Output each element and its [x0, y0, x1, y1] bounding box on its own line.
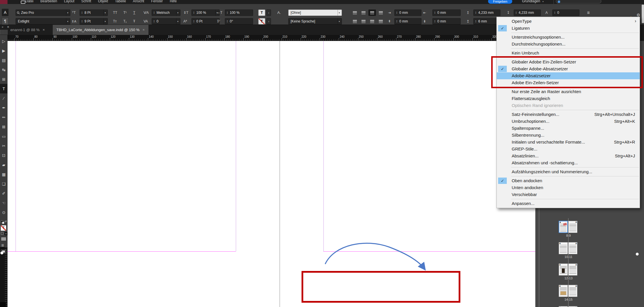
stepper-arrows-icon[interactable]: ▲▼ — [474, 11, 477, 14]
first-line-indent-field[interactable]: ▲▼ 0 mm — [394, 18, 421, 25]
page-thumbnail-left[interactable]: A — [559, 285, 568, 297]
page-thumbnail-left[interactable]: A — [559, 263, 568, 276]
stepper-arrows-icon[interactable]: ▲▼ — [153, 11, 155, 14]
panel-chevrons-icon[interactable]: » — [2, 25, 3, 29]
pen-tool[interactable]: ✒ — [0, 103, 7, 112]
panel-resize-handle[interactable] — [636, 253, 639, 256]
chevron-down-icon[interactable]: ▾ — [338, 18, 341, 24]
workspace-switcher[interactable]: Grundlagen▾ — [522, 0, 544, 4]
menubar-item-datei[interactable]: Datei — [25, 0, 33, 4]
menu-item-flattersatzausgleich[interactable]: Flattersatzausgleich — [497, 95, 640, 102]
character-stroke-button[interactable]: T — [258, 18, 265, 25]
stepper-arrows-icon[interactable]: ▲▼ — [226, 20, 229, 23]
text-fill-none-swatch[interactable]: T — [1, 225, 6, 231]
stepper-arrows-icon[interactable]: ▲▼ — [515, 11, 517, 14]
app-home-icon[interactable] — [21, 1, 25, 4]
skew-field[interactable]: ▲▼ 0° — [225, 18, 253, 25]
indent-right-field[interactable]: ▲▼ 0 mm — [432, 10, 461, 16]
justify-all-button[interactable] — [377, 18, 385, 25]
stepper-arrows-icon[interactable]: ▲▼ — [153, 20, 155, 23]
page-thumbnail-right[interactable]: A — [568, 221, 577, 233]
share-button[interactable]: Freigeben — [488, 0, 512, 4]
apply-color-button[interactable] — [1, 237, 6, 241]
drag-grip-icon[interactable] — [0, 30, 7, 35]
menu-item-oben-andocken[interactable]: ✓Oben andocken — [497, 177, 640, 184]
menubar-item-fenster[interactable]: Fenster — [151, 0, 163, 4]
font-family-combo[interactable]: Zwo Pro ▾ — [16, 10, 70, 16]
note-tool[interactable]: ❏ — [0, 179, 7, 189]
gradient-tool[interactable]: ▰ — [0, 160, 7, 169]
close-icon[interactable]: ✕ — [42, 28, 45, 31]
chevron-down-icon[interactable]: ▾ — [103, 10, 107, 16]
menubar-item-hilfe[interactable]: Hilfe — [170, 0, 177, 4]
menu-item-ligaturen[interactable]: ✓Ligaturen — [497, 25, 640, 32]
justify-button[interactable] — [377, 10, 385, 16]
strikethrough-button[interactable]: Ŧ — [133, 18, 135, 25]
pencil-tool[interactable]: ✏ — [0, 112, 7, 122]
menubar-item-schrift[interactable]: Schrift — [81, 0, 91, 4]
panel-expand-strip[interactable] — [642, 5, 644, 23]
menu-item-satz-feineinstellungen[interactable]: Satz-Feineinstellungen...Strg+Alt+Umscha… — [497, 111, 640, 118]
rectangle-tool[interactable]: ▭ — [0, 131, 7, 141]
menubar-item-tabelle[interactable]: Tabelle — [115, 0, 126, 4]
bottom-margin-guide-left-page[interactable] — [7, 251, 236, 252]
stepper-arrows-icon[interactable]: ▲▼ — [81, 20, 83, 23]
page-thumbnail-right[interactable]: A — [568, 242, 577, 254]
menu-item-silbentrennung[interactable]: Silbentrennung... — [497, 132, 640, 139]
menu-item-aufzählungszeichen-und-nummerierung[interactable]: Aufzählungszeichen und Nummerierung... — [497, 168, 640, 175]
menu-item-unterstreichungsoptionen[interactable]: Unterstreichungsoptionen... — [497, 34, 640, 41]
bottom-margin-guide-right-page[interactable] — [323, 251, 535, 252]
tracking-field[interactable]: ▲▼ 0 ▾ — [152, 18, 180, 25]
character-formatting-mode-button[interactable]: A — [2, 9, 9, 16]
stepper-arrows-icon[interactable]: ▲▼ — [553, 11, 556, 14]
menu-item-nur-erste-zeile-an-raster-ausrichten[interactable]: Nur erste Zeile an Raster ausrichten — [497, 88, 640, 95]
underline-button[interactable]: T̲ — [133, 10, 135, 16]
stepper-arrows-icon[interactable]: ▲▼ — [81, 11, 83, 14]
menu-item-opentype[interactable]: OpenType› — [497, 18, 640, 25]
menubar-item-objekt[interactable]: Objekt — [98, 0, 108, 4]
font-style-combo[interactable]: Extlight ▾ — [16, 18, 70, 25]
gradient-feather-tool[interactable]: ▦ — [0, 169, 7, 179]
chevron-down-icon[interactable]: ▾ — [176, 18, 179, 24]
menubar-item-bearbeiten[interactable]: Bearbeiten — [40, 0, 57, 4]
stepper-arrows-icon[interactable]: ▲▼ — [193, 20, 195, 23]
menubar-item-ansicht[interactable]: Ansicht — [133, 0, 144, 4]
zoom-tool[interactable]: ⊙ — [0, 208, 7, 217]
guide-handle-left[interactable] — [0, 251, 3, 255]
menu-item-kein-umbruch[interactable]: Kein Umbruch — [497, 50, 640, 56]
space-after-field[interactable]: ▲▼ 4,233 mm — [514, 10, 541, 16]
small-caps-button[interactable]: Tᴛ — [113, 18, 117, 25]
stepper-arrows-icon[interactable]: ▲▼ — [226, 11, 229, 14]
all-caps-button[interactable]: TT — [113, 10, 117, 16]
stepper-arrows-icon[interactable]: ▲▼ — [396, 11, 398, 14]
margin-guide-right-page-left[interactable] — [323, 41, 324, 251]
paragraph-formatting-mode-button[interactable]: ¶ — [2, 17, 9, 25]
content-collector-tool[interactable]: ⊞ — [0, 74, 7, 84]
selection-tool[interactable]: ▷ — [0, 36, 7, 46]
align-center-button[interactable] — [360, 10, 367, 16]
indent-left-field[interactable]: ▲▼ 0 mm — [394, 10, 421, 16]
kerning-field[interactable]: ▲▼ Metrisch ▾ — [152, 10, 180, 16]
view-options-icon[interactable]: ≣ — [1, 243, 7, 247]
direct-selection-tool[interactable]: ▶ — [0, 46, 7, 55]
menu-item-absatzlinien[interactable]: Absatzlinien...Strg+Alt+J — [497, 152, 640, 159]
justify-last-center-button[interactable] — [360, 18, 367, 25]
menu-item-absatzrahmen-und-schattierung[interactable]: Absatzrahmen und -schattierung... — [497, 159, 640, 166]
line-tool[interactable]: ∕ — [0, 93, 7, 103]
horizontal-scale-field[interactable]: ▲▼ 100 % — [225, 10, 253, 16]
fill-stroke-proxy[interactable]: ⇄ — [0, 219, 7, 225]
menu-item-anpassen[interactable]: Anpassen... — [497, 200, 640, 207]
stepper-arrows-icon[interactable]: ▲▼ — [434, 20, 436, 23]
last-line-indent-field[interactable]: ▲▼ 0 mm — [432, 18, 461, 25]
free-transform-tool[interactable]: ⊡ — [0, 150, 7, 160]
menubar-item-layout[interactable]: Layout — [64, 0, 74, 4]
frame-tool[interactable]: ⊠ — [0, 122, 7, 131]
menu-item-unten-andocken[interactable]: Unten andocken — [497, 184, 640, 191]
margin-guide-left[interactable] — [16, 41, 16, 251]
character-fill-button[interactable]: T — [258, 10, 265, 16]
align-left-button[interactable] — [351, 10, 359, 16]
margin-guide-left-page-right[interactable] — [236, 41, 236, 251]
menu-item-optischen-rand-ignorieren[interactable]: Optischen Rand ignorieren — [497, 102, 640, 109]
stepper-arrows-icon[interactable]: ▲▼ — [193, 11, 195, 14]
horizontal-ruler[interactable]: 7080901001101201301401501601701801902002… — [0, 35, 494, 41]
